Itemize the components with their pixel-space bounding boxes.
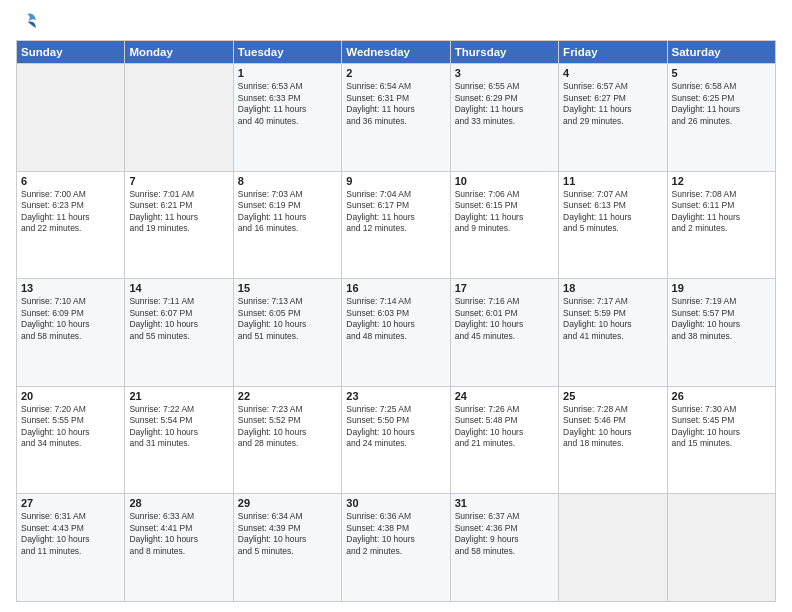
calendar-week-2: 6Sunrise: 7:00 AM Sunset: 6:23 PM Daylig… — [17, 171, 776, 279]
day-number: 12 — [672, 175, 771, 187]
weekday-header-tuesday: Tuesday — [233, 41, 341, 64]
day-number: 27 — [21, 497, 120, 509]
calendar-cell: 2Sunrise: 6:54 AM Sunset: 6:31 PM Daylig… — [342, 64, 450, 172]
day-info: Sunrise: 7:00 AM Sunset: 6:23 PM Dayligh… — [21, 189, 120, 235]
calendar-cell — [17, 64, 125, 172]
day-info: Sunrise: 7:04 AM Sunset: 6:17 PM Dayligh… — [346, 189, 445, 235]
calendar-cell: 27Sunrise: 6:31 AM Sunset: 4:43 PM Dayli… — [17, 494, 125, 602]
day-info: Sunrise: 6:57 AM Sunset: 6:27 PM Dayligh… — [563, 81, 662, 127]
weekday-header-thursday: Thursday — [450, 41, 558, 64]
calendar-cell: 12Sunrise: 7:08 AM Sunset: 6:11 PM Dayli… — [667, 171, 775, 279]
logo — [16, 12, 38, 32]
calendar-week-4: 20Sunrise: 7:20 AM Sunset: 5:55 PM Dayli… — [17, 386, 776, 494]
calendar: SundayMondayTuesdayWednesdayThursdayFrid… — [16, 40, 776, 602]
day-info: Sunrise: 6:37 AM Sunset: 4:36 PM Dayligh… — [455, 511, 554, 557]
day-number: 5 — [672, 67, 771, 79]
calendar-table: SundayMondayTuesdayWednesdayThursdayFrid… — [16, 40, 776, 602]
weekday-header-saturday: Saturday — [667, 41, 775, 64]
calendar-cell: 15Sunrise: 7:13 AM Sunset: 6:05 PM Dayli… — [233, 279, 341, 387]
day-info: Sunrise: 7:20 AM Sunset: 5:55 PM Dayligh… — [21, 404, 120, 450]
day-number: 21 — [129, 390, 228, 402]
day-number: 17 — [455, 282, 554, 294]
day-info: Sunrise: 7:07 AM Sunset: 6:13 PM Dayligh… — [563, 189, 662, 235]
calendar-cell: 5Sunrise: 6:58 AM Sunset: 6:25 PM Daylig… — [667, 64, 775, 172]
calendar-cell: 20Sunrise: 7:20 AM Sunset: 5:55 PM Dayli… — [17, 386, 125, 494]
calendar-cell: 1Sunrise: 6:53 AM Sunset: 6:33 PM Daylig… — [233, 64, 341, 172]
calendar-cell: 9Sunrise: 7:04 AM Sunset: 6:17 PM Daylig… — [342, 171, 450, 279]
calendar-cell: 22Sunrise: 7:23 AM Sunset: 5:52 PM Dayli… — [233, 386, 341, 494]
day-info: Sunrise: 7:08 AM Sunset: 6:11 PM Dayligh… — [672, 189, 771, 235]
calendar-cell: 26Sunrise: 7:30 AM Sunset: 5:45 PM Dayli… — [667, 386, 775, 494]
day-info: Sunrise: 7:06 AM Sunset: 6:15 PM Dayligh… — [455, 189, 554, 235]
calendar-cell: 7Sunrise: 7:01 AM Sunset: 6:21 PM Daylig… — [125, 171, 233, 279]
calendar-cell: 13Sunrise: 7:10 AM Sunset: 6:09 PM Dayli… — [17, 279, 125, 387]
day-number: 13 — [21, 282, 120, 294]
day-number: 31 — [455, 497, 554, 509]
day-info: Sunrise: 7:26 AM Sunset: 5:48 PM Dayligh… — [455, 404, 554, 450]
day-info: Sunrise: 6:33 AM Sunset: 4:41 PM Dayligh… — [129, 511, 228, 557]
day-info: Sunrise: 6:58 AM Sunset: 6:25 PM Dayligh… — [672, 81, 771, 127]
calendar-cell: 31Sunrise: 6:37 AM Sunset: 4:36 PM Dayli… — [450, 494, 558, 602]
day-number: 9 — [346, 175, 445, 187]
day-number: 19 — [672, 282, 771, 294]
calendar-week-3: 13Sunrise: 7:10 AM Sunset: 6:09 PM Dayli… — [17, 279, 776, 387]
day-info: Sunrise: 7:10 AM Sunset: 6:09 PM Dayligh… — [21, 296, 120, 342]
day-number: 22 — [238, 390, 337, 402]
calendar-week-1: 1Sunrise: 6:53 AM Sunset: 6:33 PM Daylig… — [17, 64, 776, 172]
calendar-cell: 10Sunrise: 7:06 AM Sunset: 6:15 PM Dayli… — [450, 171, 558, 279]
day-info: Sunrise: 6:54 AM Sunset: 6:31 PM Dayligh… — [346, 81, 445, 127]
day-info: Sunrise: 6:31 AM Sunset: 4:43 PM Dayligh… — [21, 511, 120, 557]
day-number: 6 — [21, 175, 120, 187]
day-info: Sunrise: 7:22 AM Sunset: 5:54 PM Dayligh… — [129, 404, 228, 450]
calendar-cell: 11Sunrise: 7:07 AM Sunset: 6:13 PM Dayli… — [559, 171, 667, 279]
calendar-cell — [667, 494, 775, 602]
day-number: 10 — [455, 175, 554, 187]
day-number: 18 — [563, 282, 662, 294]
day-number: 7 — [129, 175, 228, 187]
day-info: Sunrise: 6:53 AM Sunset: 6:33 PM Dayligh… — [238, 81, 337, 127]
calendar-cell: 16Sunrise: 7:14 AM Sunset: 6:03 PM Dayli… — [342, 279, 450, 387]
day-info: Sunrise: 7:19 AM Sunset: 5:57 PM Dayligh… — [672, 296, 771, 342]
weekday-header-sunday: Sunday — [17, 41, 125, 64]
calendar-cell — [125, 64, 233, 172]
calendar-cell: 19Sunrise: 7:19 AM Sunset: 5:57 PM Dayli… — [667, 279, 775, 387]
day-info: Sunrise: 6:36 AM Sunset: 4:38 PM Dayligh… — [346, 511, 445, 557]
calendar-cell: 18Sunrise: 7:17 AM Sunset: 5:59 PM Dayli… — [559, 279, 667, 387]
day-info: Sunrise: 7:23 AM Sunset: 5:52 PM Dayligh… — [238, 404, 337, 450]
header — [16, 12, 776, 32]
day-number: 16 — [346, 282, 445, 294]
day-info: Sunrise: 6:34 AM Sunset: 4:39 PM Dayligh… — [238, 511, 337, 557]
day-number: 20 — [21, 390, 120, 402]
day-number: 25 — [563, 390, 662, 402]
day-info: Sunrise: 6:55 AM Sunset: 6:29 PM Dayligh… — [455, 81, 554, 127]
day-info: Sunrise: 7:13 AM Sunset: 6:05 PM Dayligh… — [238, 296, 337, 342]
weekday-header-monday: Monday — [125, 41, 233, 64]
weekday-header-friday: Friday — [559, 41, 667, 64]
calendar-cell: 28Sunrise: 6:33 AM Sunset: 4:41 PM Dayli… — [125, 494, 233, 602]
calendar-cell: 4Sunrise: 6:57 AM Sunset: 6:27 PM Daylig… — [559, 64, 667, 172]
calendar-cell: 30Sunrise: 6:36 AM Sunset: 4:38 PM Dayli… — [342, 494, 450, 602]
day-info: Sunrise: 7:28 AM Sunset: 5:46 PM Dayligh… — [563, 404, 662, 450]
day-number: 15 — [238, 282, 337, 294]
day-number: 23 — [346, 390, 445, 402]
day-info: Sunrise: 7:01 AM Sunset: 6:21 PM Dayligh… — [129, 189, 228, 235]
calendar-cell: 25Sunrise: 7:28 AM Sunset: 5:46 PM Dayli… — [559, 386, 667, 494]
page: SundayMondayTuesdayWednesdayThursdayFrid… — [0, 0, 792, 612]
calendar-cell: 29Sunrise: 6:34 AM Sunset: 4:39 PM Dayli… — [233, 494, 341, 602]
day-number: 4 — [563, 67, 662, 79]
day-info: Sunrise: 7:25 AM Sunset: 5:50 PM Dayligh… — [346, 404, 445, 450]
calendar-cell: 21Sunrise: 7:22 AM Sunset: 5:54 PM Dayli… — [125, 386, 233, 494]
day-number: 30 — [346, 497, 445, 509]
calendar-cell: 17Sunrise: 7:16 AM Sunset: 6:01 PM Dayli… — [450, 279, 558, 387]
day-number: 14 — [129, 282, 228, 294]
day-info: Sunrise: 7:11 AM Sunset: 6:07 PM Dayligh… — [129, 296, 228, 342]
weekday-header-wednesday: Wednesday — [342, 41, 450, 64]
day-number: 11 — [563, 175, 662, 187]
day-info: Sunrise: 7:14 AM Sunset: 6:03 PM Dayligh… — [346, 296, 445, 342]
logo-text — [16, 12, 38, 32]
day-info: Sunrise: 7:03 AM Sunset: 6:19 PM Dayligh… — [238, 189, 337, 235]
calendar-cell: 23Sunrise: 7:25 AM Sunset: 5:50 PM Dayli… — [342, 386, 450, 494]
calendar-cell: 6Sunrise: 7:00 AM Sunset: 6:23 PM Daylig… — [17, 171, 125, 279]
calendar-cell: 14Sunrise: 7:11 AM Sunset: 6:07 PM Dayli… — [125, 279, 233, 387]
day-number: 28 — [129, 497, 228, 509]
